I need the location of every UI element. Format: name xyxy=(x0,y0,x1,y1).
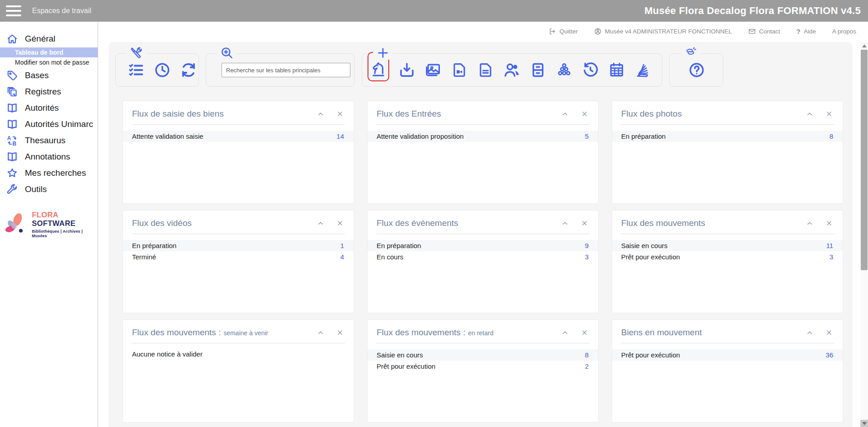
toolbar-button-knight[interactable] xyxy=(370,60,387,77)
scroll-down-arrow-icon[interactable] xyxy=(860,420,868,427)
table-row[interactable]: Prêt pour exécution2 xyxy=(368,361,598,372)
collapse-button[interactable] xyxy=(317,329,324,336)
vertical-scrollbar[interactable] xyxy=(860,42,868,427)
toolbar-button-table[interactable] xyxy=(608,61,625,79)
sidebar-item-modifier-son-mot-de-passe[interactable]: Modifier son mot de passe xyxy=(0,58,98,67)
users-icon xyxy=(503,61,520,79)
collapse-button[interactable] xyxy=(806,220,813,227)
collapse-button[interactable] xyxy=(561,329,569,336)
table-row[interactable]: Attente validation saisie14 xyxy=(123,131,354,142)
scrollbar-thumb[interactable] xyxy=(861,50,868,270)
scroll-up-arrow-icon[interactable] xyxy=(860,42,868,49)
toolbar-button-cabinet[interactable] xyxy=(529,61,547,79)
toolbar-button-image[interactable] xyxy=(425,61,442,79)
close-icon xyxy=(581,329,588,336)
toolbar-group-1 xyxy=(115,53,199,87)
close-button[interactable] xyxy=(581,329,588,336)
close-button[interactable] xyxy=(581,110,588,117)
card-flux-des-mouvements-semaine-a-venir: Flux des mouvements :semaine à venirAucu… xyxy=(123,319,354,422)
table-row[interactable]: Saisie en cours8 xyxy=(368,349,598,361)
card-controls xyxy=(561,329,588,336)
plus-icon xyxy=(376,46,390,60)
close-button[interactable] xyxy=(826,110,833,117)
card-title: Biens en mouvement xyxy=(621,328,702,338)
close-button[interactable] xyxy=(581,220,588,227)
row-label: Attente validation saisie xyxy=(132,132,203,140)
collapse-button[interactable] xyxy=(806,329,813,336)
toolbar-button-video-file[interactable] xyxy=(451,61,468,79)
card-divider xyxy=(132,234,345,234)
sidebar-item-label: Autorités xyxy=(25,103,59,113)
collapse-button[interactable] xyxy=(806,110,813,117)
clock-icon xyxy=(154,61,171,79)
collapse-button[interactable] xyxy=(317,110,324,117)
toolbar-button-document[interactable] xyxy=(477,61,494,79)
sidebar-item-outils[interactable]: Outils xyxy=(0,181,98,197)
sidebar-item-registres[interactable]: Registres xyxy=(0,84,98,100)
contact-button[interactable]: Contact xyxy=(748,28,780,35)
close-button[interactable] xyxy=(826,329,833,336)
card-rows: En préparation8 xyxy=(612,131,843,142)
sidebar-item-bases[interactable]: Bases xyxy=(0,67,98,84)
toolbar-button-fanned-documents[interactable] xyxy=(634,61,651,79)
about-button[interactable]: A propos xyxy=(832,28,856,35)
table-row[interactable]: Prêt pour exécution3 xyxy=(612,251,843,263)
top-bar: Espaces de travail Musée Flora Decalog F… xyxy=(0,0,868,22)
toolbar-button-import[interactable] xyxy=(398,61,415,79)
toolbar-button-checklist[interactable] xyxy=(127,61,145,79)
row-value: 3 xyxy=(585,253,589,261)
card-flux-de-saisie-des-biens: Flux de saisie des biensAttente validati… xyxy=(123,101,354,204)
card-title-suffix: en retard xyxy=(468,329,493,337)
toolbar-button-question-circle[interactable] xyxy=(688,61,705,79)
checklist-icon xyxy=(127,61,145,79)
toolbar-button-clock[interactable] xyxy=(154,61,171,79)
close-button[interactable] xyxy=(336,220,344,227)
table-row[interactable]: Terminé4 xyxy=(123,251,354,263)
help-button[interactable]: ? Aide xyxy=(797,28,816,35)
card-controls xyxy=(561,220,588,227)
tools-icon xyxy=(130,46,143,60)
toolbar-button-users[interactable] xyxy=(503,61,520,79)
envelope-icon xyxy=(748,28,756,35)
card-rows: Saisie en cours8Prêt pour exécution2 xyxy=(368,349,598,372)
close-icon xyxy=(336,110,344,117)
close-icon xyxy=(826,110,833,117)
card-title: Flux des photos xyxy=(621,109,682,119)
close-button[interactable] xyxy=(336,110,344,117)
close-button[interactable] xyxy=(336,329,344,336)
table-row[interactable]: Prêt pour exécution36 xyxy=(612,349,843,361)
table-row[interactable]: En préparation9 xyxy=(368,240,598,251)
sidebar-item-autorites[interactable]: Autorités xyxy=(0,100,98,116)
page-title: Musée Flora Decalog Flora FORMATION v4.5 xyxy=(644,0,861,22)
book-icon xyxy=(6,102,18,114)
sidebar-item-tableau-de-bord[interactable]: Tableau de bord xyxy=(0,47,98,57)
table-row[interactable]: En préparation8 xyxy=(612,131,843,142)
sidebar-item-autorites-unimarc[interactable]: Autorités Unimarc xyxy=(0,116,98,132)
table-row[interactable]: Saisie en cours11 xyxy=(612,240,843,251)
collapse-button[interactable] xyxy=(561,110,569,117)
table-row[interactable]: Attente validation proposition5 xyxy=(368,131,598,142)
current-user[interactable]: Musée v4 ADMINISTRATEUR FONCTIONNEL xyxy=(594,28,732,35)
image-icon xyxy=(425,61,442,79)
toolbar-button-history[interactable] xyxy=(582,61,599,79)
row-label: Prêt pour exécution xyxy=(377,362,435,370)
menu-icon[interactable] xyxy=(6,5,21,16)
sidebar-item-annotations[interactable]: Annotations xyxy=(0,149,98,165)
table-row[interactable]: En préparation1 xyxy=(123,240,354,251)
card-flux-des-mouvements-en-retard: Flux des mouvements :en retardSaisie en … xyxy=(367,319,599,422)
brand-primary: FLORA xyxy=(32,211,58,219)
quit-button[interactable]: Quitter xyxy=(548,28,578,35)
row-value: 8 xyxy=(830,132,833,140)
table-row[interactable]: En cours3 xyxy=(368,251,598,263)
close-button[interactable] xyxy=(826,220,833,227)
toolbar-button-cluster[interactable] xyxy=(556,61,573,79)
toolbar-button-refresh[interactable] xyxy=(180,61,197,79)
search-input[interactable] xyxy=(222,63,350,77)
sidebar-item-thesaurus[interactable]: Thesaurus xyxy=(0,132,98,149)
sidebar-item-mes-recherches[interactable]: Mes recherches xyxy=(0,165,98,181)
book-icon xyxy=(6,151,18,163)
collapse-button[interactable] xyxy=(561,220,569,227)
toolbar-group-legend xyxy=(373,46,393,60)
collapse-button[interactable] xyxy=(317,220,324,227)
sidebar-item-general[interactable]: Général xyxy=(0,31,98,47)
